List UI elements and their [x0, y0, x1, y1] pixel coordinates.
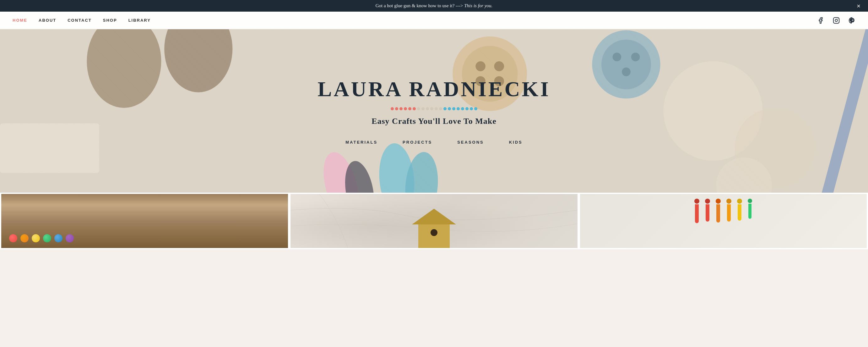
nav-library[interactable]: LIBRARY [128, 18, 151, 23]
ball-purple [66, 234, 74, 242]
card-3-tassels [694, 199, 752, 223]
facebook-icon[interactable] [817, 17, 824, 24]
dot-17 [461, 107, 464, 110]
instagram-icon[interactable] [833, 17, 840, 24]
dot-14 [448, 107, 451, 110]
nav-home[interactable]: HOME [12, 18, 27, 23]
hero-section: LAURA RADNIECKI Easy Crafts You'll Love [0, 29, 868, 193]
site-title: LAURA RADNIECKI [317, 77, 551, 101]
announcement-close-button[interactable]: × [857, 3, 861, 9]
category-kids[interactable]: KIDS [509, 140, 523, 145]
tassel-orange [716, 199, 721, 223]
hero-dot-line [390, 107, 478, 110]
card-2-birdhouse [412, 209, 456, 248]
social-icons [817, 17, 856, 24]
hero-content: LAURA RADNIECKI Easy Crafts You'll Love [317, 77, 551, 145]
dot-20 [474, 107, 477, 110]
dot-5 [408, 107, 411, 110]
svg-point-15 [631, 53, 640, 61]
dot-7 [417, 107, 420, 110]
pinterest-icon[interactable] [848, 17, 856, 24]
announcement-italic: This is for you. [464, 3, 492, 8]
dot-10 [430, 107, 433, 110]
ball-orange [21, 234, 29, 242]
dot-1 [391, 107, 394, 110]
svg-point-8 [475, 61, 486, 71]
dot-13 [443, 107, 446, 110]
category-projects[interactable]: PROJECTS [403, 140, 432, 145]
dot-2 [395, 107, 398, 110]
tassel-green [748, 199, 752, 219]
svg-point-9 [494, 61, 504, 71]
svg-point-14 [613, 53, 621, 61]
dot-16 [457, 107, 460, 110]
dot-9 [426, 107, 429, 110]
svg-rect-0 [833, 17, 839, 23]
svg-point-13 [601, 39, 651, 89]
dot-4 [404, 107, 407, 110]
tassel-orange-red [705, 199, 710, 222]
dot-3 [399, 107, 403, 110]
svg-point-1 [835, 19, 837, 21]
dot-19 [470, 107, 473, 110]
card-2 [289, 193, 579, 249]
category-seasons[interactable]: SEASONS [457, 140, 484, 145]
tassel-yellow-orange [726, 199, 732, 222]
birdhouse-body [418, 224, 450, 248]
birdhouse-hole [431, 229, 437, 236]
nav-about[interactable]: ABOUT [39, 18, 56, 23]
ball-green [43, 234, 51, 242]
announcement-bar: Got a hot glue gun & know how to use it?… [0, 0, 868, 11]
svg-point-16 [622, 67, 630, 76]
birdhouse-roof [412, 209, 456, 224]
dot-6 [413, 107, 416, 110]
nav-shop[interactable]: SHOP [103, 18, 117, 23]
announcement-regular: Got a hot glue gun & know how to use it?… [376, 3, 463, 8]
dot-8 [422, 107, 425, 110]
card-1-balls [9, 234, 74, 242]
dot-15 [452, 107, 455, 110]
category-nav: MATERIALS PROJECTS SEASONS KIDS [345, 140, 523, 145]
site-tagline: Easy Crafts You'll Love To Make [372, 117, 496, 126]
dot-12 [439, 107, 442, 110]
tassel-red [694, 199, 700, 223]
cards-section [0, 193, 868, 249]
announcement-text: Got a hot glue gun & know how to use it?… [376, 3, 493, 8]
dot-18 [465, 107, 469, 110]
ball-red [9, 234, 17, 242]
nav-links: HOME ABOUT CONTACT SHOP LIBRARY [12, 18, 151, 23]
category-materials[interactable]: MATERIALS [345, 140, 377, 145]
card-3 [579, 193, 868, 249]
tassel-yellow [737, 199, 742, 221]
navbar: HOME ABOUT CONTACT SHOP LIBRARY [0, 11, 868, 29]
ball-blue [54, 234, 62, 242]
ball-yellow [32, 234, 40, 242]
svg-rect-25 [0, 123, 99, 173]
card-1 [0, 193, 289, 249]
dot-11 [435, 107, 438, 110]
nav-contact[interactable]: CONTACT [67, 18, 92, 23]
